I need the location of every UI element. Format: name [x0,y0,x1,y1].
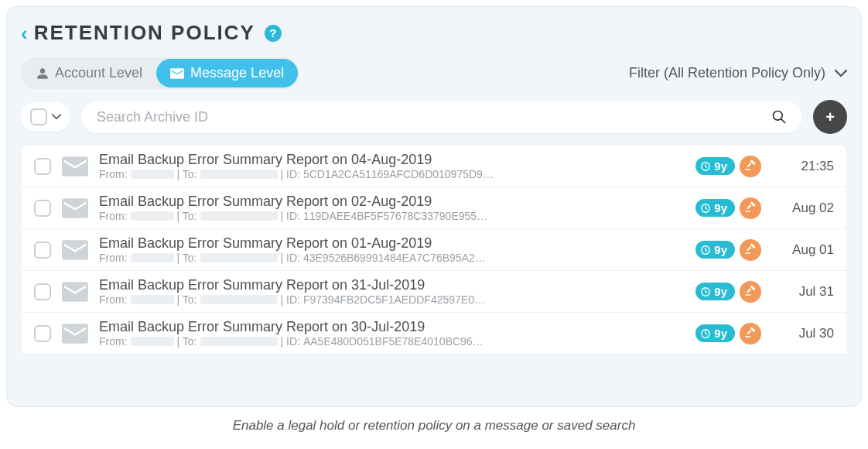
table-row[interactable]: Email Backup Error Summary Report on 30-… [22,313,846,354]
row-date: Aug 02 [772,201,834,216]
filter-label: Filter (All Retention Policy Only) [629,65,825,81]
row-badges: 9y [695,323,761,344]
clock-icon [700,161,711,172]
search-row: + [21,100,847,134]
legal-hold-badge[interactable] [740,197,761,219]
envelope-icon [62,324,88,344]
row-title: Email Backup Error Summary Report on 30-… [99,319,685,335]
page-title: Retention Policy [34,21,255,45]
main-panel: ‹ Retention Policy ? Account Level Messa… [6,6,862,407]
retention-text: 9y [714,243,727,256]
row-meta: From: | To: | ID: 119DAEE4BF5F57678C3379… [99,210,685,222]
select-all-checkbox[interactable] [30,108,47,125]
clock-icon [700,245,711,255]
redacted-to [200,170,278,179]
redacted-to [200,295,278,304]
from-label: From: [99,252,128,264]
row-checkbox[interactable] [34,158,51,175]
row-meta: From: | To: | ID: 5CD1A2CA51169AFCD6D010… [99,168,685,180]
row-date: Jul 31 [772,284,834,300]
redacted-from [131,253,174,262]
row-main: Email Backup Error Summary Report on 31-… [99,277,685,306]
row-checkbox[interactable] [34,200,51,217]
gavel-icon [744,159,757,174]
table-row[interactable]: Email Backup Error Summary Report on 02-… [22,187,846,229]
back-chevron-icon[interactable]: ‹ [21,23,28,43]
row-main: Email Backup Error Summary Report on 30-… [99,319,685,348]
envelope-icon [62,156,88,177]
envelope-icon [62,198,88,218]
select-all-control[interactable] [21,102,70,132]
plus-icon: + [825,108,835,126]
svg-line-1 [781,119,785,123]
envelope-icon [170,68,184,79]
legal-hold-badge[interactable] [740,281,761,303]
row-checkbox[interactable] [34,283,51,300]
gavel-icon [744,326,757,341]
tab-message-level[interactable]: Message Level [156,59,298,87]
to-label: | To: [177,335,197,348]
redacted-from [131,211,174,221]
envelope-icon [62,282,88,302]
legal-hold-badge[interactable] [740,156,761,177]
retention-badge[interactable]: 9y [695,283,735,300]
search-icon[interactable] [771,109,787,125]
tab-message-label: Message Level [190,65,284,81]
clock-icon [700,328,711,339]
tabs-row: Account Level Message Level Filter (All … [21,57,847,89]
add-button[interactable]: + [813,100,847,134]
row-date: 21:35 [772,159,834,174]
table-row[interactable]: Email Backup Error Summary Report on 01-… [22,229,846,271]
id-label: | ID: [281,252,300,264]
chevron-down-icon [835,67,847,80]
clock-icon [700,203,711,214]
row-main: Email Backup Error Summary Report on 02-… [99,194,685,222]
row-badges: 9y [695,156,761,177]
search-box [81,101,802,133]
redacted-to [200,253,278,262]
row-badges: 9y [695,281,761,303]
legal-hold-badge[interactable] [740,323,761,344]
table-row[interactable]: Email Backup Error Summary Report on 04-… [22,146,846,187]
redacted-from [131,295,174,304]
row-title: Email Backup Error Summary Report on 02-… [99,194,685,210]
row-meta: From: | To: | ID: 43E9526B69991484EA7C76… [99,252,685,264]
table-row[interactable]: Email Backup Error Summary Report on 31-… [22,271,846,313]
redacted-from [131,170,174,179]
caption: Enable a legal hold or retention policy … [0,418,868,434]
retention-badge[interactable]: 9y [695,157,735,175]
id-label: | ID: [281,210,300,222]
to-label: | To: [177,210,197,222]
redacted-to [200,337,278,346]
tab-account-label: Account Level [55,65,142,81]
chevron-down-icon[interactable] [52,111,61,122]
row-id: AA5E480D051BF5E78E4010BC96… [303,335,484,348]
id-label: | ID: [281,335,300,348]
redacted-to [200,211,278,221]
row-meta: From: | To: | ID: F97394FB2DC5F1AEDDF425… [99,293,685,306]
from-label: From: [99,293,128,306]
level-tab-group: Account Level Message Level [21,57,299,89]
row-date: Jul 30 [772,326,834,341]
row-checkbox[interactable] [34,325,51,342]
row-checkbox[interactable] [34,242,51,259]
retention-badge[interactable]: 9y [695,199,735,217]
tab-account-level[interactable]: Account Level [22,59,156,87]
retention-badge[interactable]: 9y [695,241,735,259]
gavel-icon [744,201,757,216]
from-label: From: [99,210,128,222]
row-title: Email Backup Error Summary Report on 01-… [99,235,685,252]
id-label: | ID: [281,168,300,180]
retention-badge[interactable]: 9y [695,324,735,342]
user-icon [36,67,49,80]
retention-text: 9y [714,159,727,173]
row-main: Email Backup Error Summary Report on 01-… [99,235,685,264]
filter-dropdown[interactable]: Filter (All Retention Policy Only) [629,65,847,81]
row-badges: 9y [695,197,761,219]
clock-icon [700,286,711,297]
legal-hold-badge[interactable] [740,239,761,261]
to-label: | To: [177,252,197,264]
help-icon[interactable]: ? [265,25,282,42]
to-label: | To: [177,168,197,180]
search-input[interactable] [97,109,771,125]
